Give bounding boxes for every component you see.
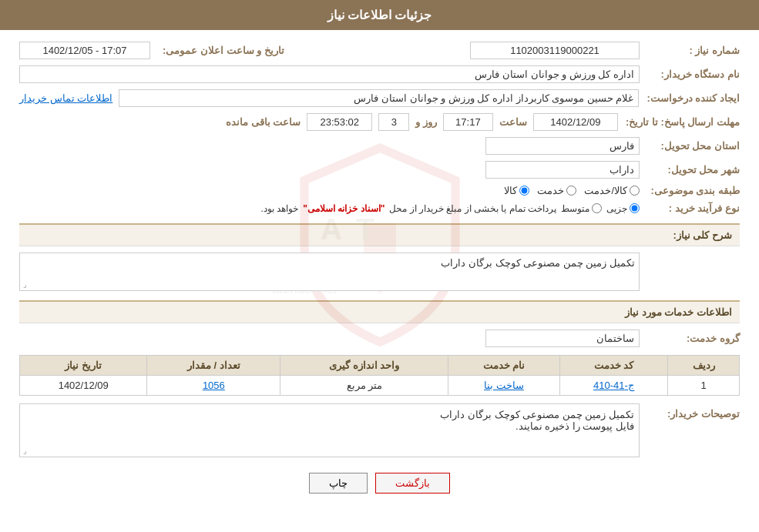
buyer-desc-value: تکمیل زمین چمن مصنوعی کوچک برگان داراب ف… [19,403,640,457]
ijad-konande-label: ایجاد کننده درخواست: [639,92,740,104]
mohlat-saat: 23:53:02 [307,113,372,131]
sharh-row: تکمیل زمین چمن مصنوعی کوچک برگان داراب ⌟ [19,253,740,291]
grooh-label: گروه خدمت: [640,333,740,344]
ostan-row: استان محل تحویل: فارس [19,137,740,155]
radio-khedmat[interactable]: خدمت [537,185,576,196]
radio-kala-input[interactable] [519,186,529,196]
page-header: جزئیات اطلاعات نیاز [0,0,759,30]
cell-vahed: متر مربع [280,376,448,396]
buyer-desc-label: توصیحات خریدار: [640,403,740,420]
sharh-label-spacer [640,253,740,256]
cell-radif: 1 [668,376,740,396]
shahr-row: شهر محل تحویل: داراب [19,161,740,179]
ostan-label: استان محل تحویل: [640,140,740,152]
col-tedad: تعداد / مقدار [147,356,280,376]
noe-farayand-label: نوع فرآیند خرید : [640,202,740,214]
tabaqe-row: طبقه بندی موضوعی: کالا/خدمت خدمت کالا [19,185,740,196]
mohlat-roz: 3 [378,113,409,131]
col-kod: کد خدمت [559,356,668,376]
shahr-value: داراب [485,161,640,179]
grooh-value: ساختمان [485,330,640,347]
cell-tarikh: 1402/12/09 [20,376,147,396]
nam-dastgah-label: نام دستگاه خریدار: [640,69,740,80]
back-button[interactable]: بازگشت [375,473,450,494]
purchase-highlight: "اسناد خزانه اسلامی" [303,203,385,214]
ijad-konande-row: ایجاد کننده درخواست: غلام حسین موسوی کار… [19,89,740,107]
print-button[interactable]: چاپ [309,473,368,494]
mohlat-time-label: ساعت [499,116,527,128]
nam-dastgah-value: اداره کل ورزش و جوانان استان فارس [19,65,640,83]
table-row: 1 ج-41-410 ساخت بنا متر مربع 1056 1402/1… [20,376,740,396]
radio-mottaset-input[interactable] [592,203,602,213]
shomara-niaz-value-container: 1102003119000221 [284,42,640,59]
col-radif: ردیف [668,356,740,376]
shomara-niaz-value: 1102003119000221 [470,42,640,59]
radio-jozii[interactable]: جزیی [606,203,640,214]
mohlat-time: 17:17 [443,113,493,131]
ostan-value: فارس [485,137,640,155]
ijad-konande-value: غلام حسین موسوی کاربرداز اداره کل ورزش و… [119,89,639,107]
col-nam: نام خدمت [448,356,559,376]
radio-mottaset-label: متوسط [561,203,589,214]
mohlat-label: مهلت ارسال پاسخ: تا تاریخ: [618,116,740,128]
services-table: ردیف کد خدمت نام خدمت واحد اندازه گیری ت… [19,355,740,396]
mohlat-row: مهلت ارسال پاسخ: تا تاریخ: 1402/12/09 سا… [19,113,740,131]
services-section-header: اطلاعات خدمات مورد نیاز [19,300,740,323]
mohlat-date: 1402/12/09 [533,113,618,131]
table-header-row: ردیف کد خدمت نام خدمت واحد اندازه گیری ت… [20,356,740,376]
buyer-desc-row: توصیحات خریدار: تکمیل زمین چمن مصنوعی کو… [19,403,740,457]
tarikh-elaan-value: 1402/12/05 - 17:07 [19,42,150,59]
radio-khedmat-label: خدمت [537,185,564,196]
cell-nam[interactable]: ساخت بنا [448,376,559,396]
grooh-row: گروه خدمت: ساختمان [19,330,740,347]
sharh-section-header: شرح کلی نیاز: [19,223,740,246]
radio-khedmat-input[interactable] [566,186,576,196]
radio-kala-khedmat[interactable]: کالا/خدمت [584,185,640,196]
radio-kala-khedmat-input[interactable] [630,186,640,196]
radio-kala-khedmat-label: کالا/خدمت [584,185,627,196]
sharh-value: تکمیل زمین چمن مصنوعی کوچک برگان داراب ⌟ [19,253,640,291]
noe-farayand-row: نوع فرآیند خرید : جزیی متوسط پرداخت تمام… [19,202,740,214]
shahr-label: شهر محل تحویل: [640,164,740,176]
resize-handle-desc[interactable]: ⌟ [23,447,27,455]
col-tarikh: تاریخ نیاز [20,356,147,376]
mohlat-saat-label: ساعت باقی مانده [226,116,301,128]
shomara-niaz-row: شماره نیاز : 1102003119000221 تاریخ و سا… [19,42,740,59]
cell-tedad: 1056 [147,376,280,396]
radio-mottaset[interactable]: متوسط [561,203,602,214]
purchase-text2: خواهد بود. [261,203,299,214]
mohlat-roz-label: روز و [415,116,437,128]
etelaat-tamas-link[interactable]: اطلاعات تماس خریدار [19,92,113,104]
shomara-niaz-label: شماره نیاز : [640,45,740,56]
radio-kala[interactable]: کالا [504,185,529,196]
radio-kala-label: کالا [504,185,517,196]
radio-jozii-input[interactable] [630,203,640,213]
col-vahed: واحد اندازه گیری [280,356,448,376]
tarikh-elaan-label: تاریخ و ساعت اعلان عمومی: [158,45,284,56]
cell-kod[interactable]: ج-41-410 [559,376,668,396]
buyer-desc-text: تکمیل زمین چمن مصنوعی کوچک برگان داراب ف… [440,409,634,432]
nam-dastgah-row: نام دستگاه خریدار: اداره کل ورزش و جوانا… [19,65,740,83]
tabaqe-label: طبقه بندی موضوعی: [640,185,740,196]
radio-jozii-label: جزیی [606,203,627,214]
purchase-text: پرداخت تمام یا بخشی از مبلغ خریدار از مح… [389,203,556,214]
resize-handle-sharh[interactable]: ⌟ [23,280,27,289]
button-row: بازگشت چاپ [19,473,740,494]
